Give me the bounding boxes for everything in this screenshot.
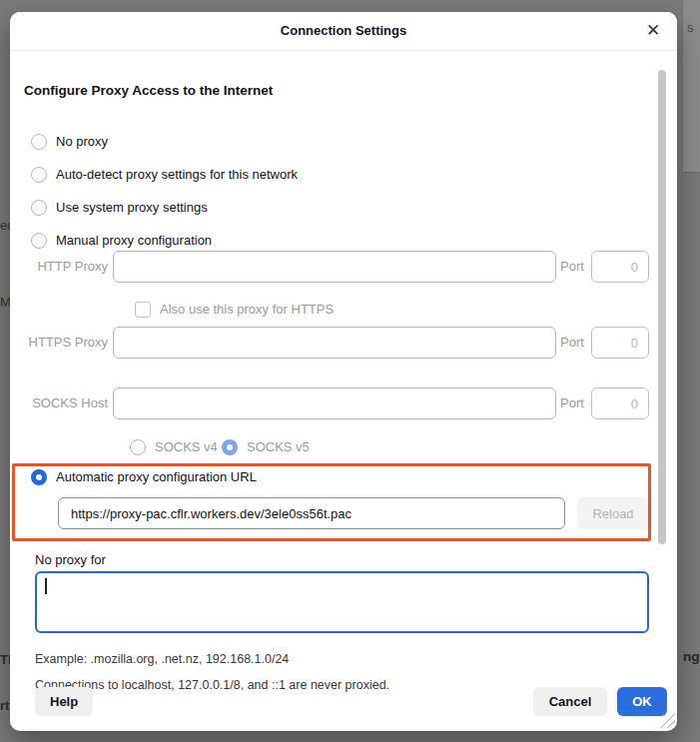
radio-label: SOCKS v4 [155,439,218,455]
no-proxy-example-text: Example: .mozilla.org, .net.nz, 192.168.… [35,652,289,666]
dialog-titlebar: Connection Settings ✕ [10,12,677,51]
close-icon[interactable]: ✕ [643,21,663,41]
connection-settings-dialog: Connection Settings ✕ Configure Proxy Ac… [10,12,677,731]
radio-icon [130,439,146,455]
help-button[interactable]: Help [35,687,93,716]
checkbox-icon [135,302,151,318]
ok-button[interactable]: OK [617,687,667,716]
socks-port-label: Port [560,387,584,419]
http-proxy-label: HTTP Proxy [10,251,108,283]
background-text-fragment: ng [683,649,700,664]
text-caret [45,578,47,594]
http-port-label: Port [560,251,584,283]
radio-no-proxy[interactable]: No proxy [31,134,108,150]
socks-port-input[interactable] [591,387,649,419]
vertical-scrollbar[interactable] [658,70,666,544]
https-port-label: Port [560,327,584,359]
radio-socks-v4[interactable]: SOCKS v4 [130,439,218,455]
also-https-checkbox[interactable]: Also use this proxy for HTTPS [135,302,334,318]
dialog-title: Connection Settings [10,12,677,50]
no-proxy-for-label: No proxy for [35,552,106,567]
https-proxy-input[interactable] [113,327,556,359]
page-title: Configure Proxy Access to the Internet [24,83,273,98]
radio-label: Auto-detect proxy settings for this netw… [56,167,298,183]
radio-auto-detect[interactable]: Auto-detect proxy settings for this netw… [31,167,298,183]
radio-icon [222,439,238,455]
radio-label: No proxy [56,134,108,150]
radio-icon [31,233,47,249]
socks-host-label: SOCKS Host [10,387,108,419]
radio-icon [31,200,47,216]
radio-system-proxy[interactable]: Use system proxy settings [31,200,208,216]
radio-label: SOCKS v5 [247,439,310,455]
radio-icon [31,134,47,150]
background-text-fragment: s [687,20,694,35]
checkbox-label: Also use this proxy for HTTPS [160,302,334,318]
https-port-input[interactable] [591,327,649,359]
radio-label: Manual proxy configuration [56,233,212,249]
cancel-button[interactable]: Cancel [533,687,607,716]
radio-socks-v5[interactable]: SOCKS v5 [222,439,310,455]
background-text-fragment: rt [0,698,9,713]
radio-icon [31,167,47,183]
socks-host-input[interactable] [113,387,556,419]
https-proxy-label: HTTPS Proxy [10,327,108,359]
highlight-rectangle [12,463,651,541]
http-proxy-input[interactable] [113,251,556,283]
radio-label: Use system proxy settings [56,200,208,216]
http-port-input[interactable] [591,251,649,283]
no-proxy-for-textarea[interactable] [35,571,649,633]
radio-manual-proxy[interactable]: Manual proxy configuration [31,233,212,249]
